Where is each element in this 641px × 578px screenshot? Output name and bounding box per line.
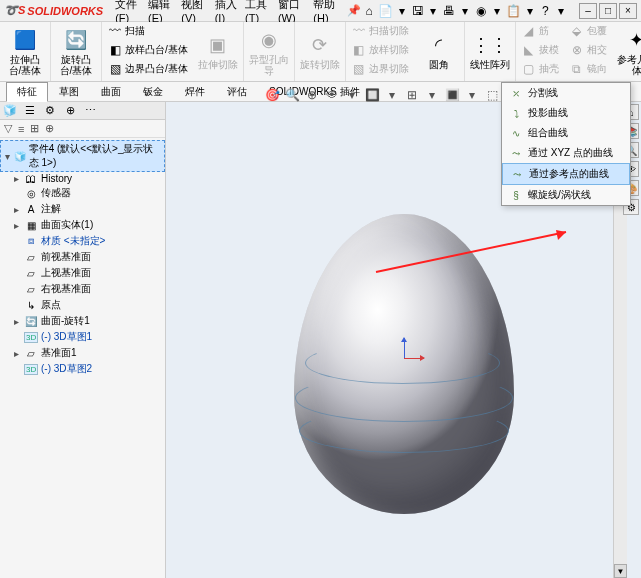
- property-tab[interactable]: ☰: [20, 102, 40, 120]
- z-axis-icon: [404, 338, 405, 358]
- mirror-icon: ⧉: [569, 61, 585, 77]
- app-name: SOLIDWORKS: [27, 5, 103, 17]
- menu-tools[interactable]: 工具(T): [245, 0, 270, 24]
- feature-manager-panel: 🧊 ☰ ⚙ ⊕ ⋯ ▽ ≡ ⊞ ⊕ ▾🧊零件4 (默认<<默认>_显示状态 1>…: [0, 102, 166, 578]
- loft-icon: ◧: [107, 42, 123, 58]
- loft-button[interactable]: ◧放样凸台/基体: [104, 41, 191, 59]
- tree-surface-revolve[interactable]: ▸🔄曲面-旋转1: [0, 313, 165, 329]
- pattern-button[interactable]: ⋮⋮ 线性阵列: [469, 24, 511, 79]
- save-icon[interactable]: 🖫: [411, 2, 425, 20]
- draft-button[interactable]: ◣拔模: [518, 41, 562, 59]
- app-logo: ➰S SOLIDWORKS: [4, 4, 103, 17]
- dd-split-line[interactable]: ⤫分割线: [502, 83, 630, 103]
- menu-help[interactable]: 帮助(H): [313, 0, 339, 24]
- ref-geometry-button[interactable]: ✦ 参考几何体: [616, 24, 641, 79]
- dimxpert-tab[interactable]: ⊕: [60, 102, 80, 120]
- show-hidden-icon[interactable]: ⊞: [30, 122, 39, 135]
- tree-root[interactable]: ▾🧊零件4 (默认<<默认>_显示状态 1>): [0, 140, 165, 172]
- intersect-button[interactable]: ⊗相交: [566, 41, 610, 59]
- tree-top-plane[interactable]: ▱上视基准面: [0, 265, 165, 281]
- tree-origin[interactable]: ↳原点: [0, 297, 165, 313]
- new-icon[interactable]: 📄: [378, 2, 393, 20]
- boundary-button[interactable]: ▧边界凸台/基体: [104, 60, 191, 78]
- tree-sensors[interactable]: ◎传感器: [0, 185, 165, 201]
- tree-front-plane[interactable]: ▱前视基准面: [0, 249, 165, 265]
- print-icon[interactable]: 🖶: [442, 2, 456, 20]
- sketch-curve-3: [299, 409, 509, 453]
- feature-tree: ▾🧊零件4 (默认<<默认>_显示状态 1>) ▸🕮History ◎传感器 ▸…: [0, 138, 165, 578]
- dd-project-curve[interactable]: ⤵投影曲线: [502, 103, 630, 123]
- cut-boundary-button[interactable]: ▧边界切除: [348, 60, 412, 78]
- tree-3dsketch1[interactable]: 3D(-) 3D草图1: [0, 329, 165, 345]
- cut-revolve-label: 旋转切除: [300, 59, 340, 70]
- options-icon[interactable]: 📋: [506, 2, 521, 20]
- tree-plane1[interactable]: ▸▱基准面1: [0, 345, 165, 361]
- tab-weldments[interactable]: 焊件: [174, 82, 216, 102]
- filter-icon[interactable]: ▽: [4, 122, 12, 135]
- svg-line-0: [376, 232, 566, 272]
- revolve-boss-button[interactable]: 🔄 旋转凸台/基体: [55, 24, 97, 79]
- menu-insert[interactable]: 插入(I): [215, 0, 237, 24]
- tree-right-plane[interactable]: ▱右视基准面: [0, 281, 165, 297]
- wrap-button[interactable]: ⬙包覆: [566, 22, 610, 40]
- tree-display-icon[interactable]: ≡: [18, 123, 24, 135]
- minimize-button[interactable]: –: [579, 3, 597, 19]
- dropdown-icon[interactable]: ▾: [554, 2, 568, 20]
- cut-revolve-button[interactable]: ⟳ 旋转切除: [299, 24, 341, 79]
- display-tab[interactable]: ⋯: [80, 102, 100, 120]
- config-tab[interactable]: ⚙: [40, 102, 60, 120]
- tab-surfaces[interactable]: 曲面: [90, 82, 132, 102]
- dropdown-icon[interactable]: ▾: [458, 2, 472, 20]
- mirror-button[interactable]: ⧉镜向: [566, 60, 610, 78]
- sweep-button[interactable]: 〰扫描: [104, 22, 191, 40]
- pattern-label: 线性阵列: [470, 59, 510, 70]
- ds-logo-icon: ➰S: [4, 4, 25, 17]
- rib-button[interactable]: ◢筋: [518, 22, 562, 40]
- dropdown-icon[interactable]: ▾: [523, 2, 537, 20]
- tree-solid-bodies[interactable]: ▸▦曲面实体(1): [0, 217, 165, 233]
- fillet-icon: ◜: [427, 33, 451, 57]
- extrude-boss-button[interactable]: 🟦 拉伸凸台/基体: [4, 24, 46, 79]
- rebuild-icon[interactable]: ◉: [474, 2, 488, 20]
- dd-helix[interactable]: §螺旋线/涡状线: [502, 185, 630, 205]
- tree-material[interactable]: ⧈材质 <未指定>: [0, 233, 165, 249]
- ref-geom-icon: ✦: [625, 28, 641, 52]
- menu-file[interactable]: 文件(F): [115, 0, 140, 24]
- draft-icon: ◣: [521, 42, 537, 58]
- scroll-down-button[interactable]: ▼: [614, 564, 627, 578]
- pin-icon[interactable]: 📌: [347, 4, 361, 17]
- tree-expand-icon[interactable]: ⊕: [45, 122, 54, 135]
- tree-history[interactable]: ▸🕮History: [0, 172, 165, 185]
- fillet-button[interactable]: ◜ 圆角: [418, 24, 460, 79]
- cut-boundary-icon: ▧: [351, 61, 367, 77]
- tree-3dsketch2[interactable]: 3D(-) 3D草图2: [0, 361, 165, 377]
- split-line-icon: ⤫: [508, 88, 524, 99]
- hole-wizard-button[interactable]: ◉ 异型孔向导: [248, 24, 290, 79]
- cut-loft-button[interactable]: ◧放样切除: [348, 41, 412, 59]
- tab-sketch[interactable]: 草图: [48, 82, 90, 102]
- shell-button[interactable]: ▢抽壳: [518, 60, 562, 78]
- dropdown-icon[interactable]: ▾: [427, 2, 441, 20]
- menu-edit[interactable]: 编辑(E): [148, 0, 173, 24]
- tree-annotations[interactable]: ▸A注解: [0, 201, 165, 217]
- tab-evaluate[interactable]: 评估: [216, 82, 258, 102]
- dd-curve-xyz[interactable]: ⤳通过 XYZ 点的曲线: [502, 143, 630, 163]
- dropdown-icon[interactable]: ▾: [490, 2, 504, 20]
- help-icon[interactable]: ?: [538, 2, 552, 20]
- feature-tree-tab[interactable]: 🧊: [0, 102, 20, 120]
- cut-extrude-button[interactable]: ▣ 拉伸切除: [197, 24, 239, 79]
- origin-icon: ↳: [24, 300, 38, 311]
- maximize-button[interactable]: □: [599, 3, 617, 19]
- cut-sweep-button[interactable]: 〰扫描切除: [348, 22, 412, 40]
- dd-composite-curve[interactable]: ∿组合曲线: [502, 123, 630, 143]
- menu-view[interactable]: 视图(V): [181, 0, 206, 24]
- home-icon[interactable]: ⌂: [362, 2, 376, 20]
- menu-window[interactable]: 窗口(W): [278, 0, 305, 24]
- dd-curve-ref-points[interactable]: ⤳通过参考点的曲线: [502, 163, 630, 185]
- tab-sheetmetal[interactable]: 钣金: [132, 82, 174, 102]
- material-icon: ⧈: [24, 235, 38, 247]
- tab-features[interactable]: 特征: [6, 82, 48, 102]
- close-button[interactable]: ×: [619, 3, 637, 19]
- helix-icon: §: [508, 190, 524, 201]
- dropdown-icon[interactable]: ▾: [395, 2, 409, 20]
